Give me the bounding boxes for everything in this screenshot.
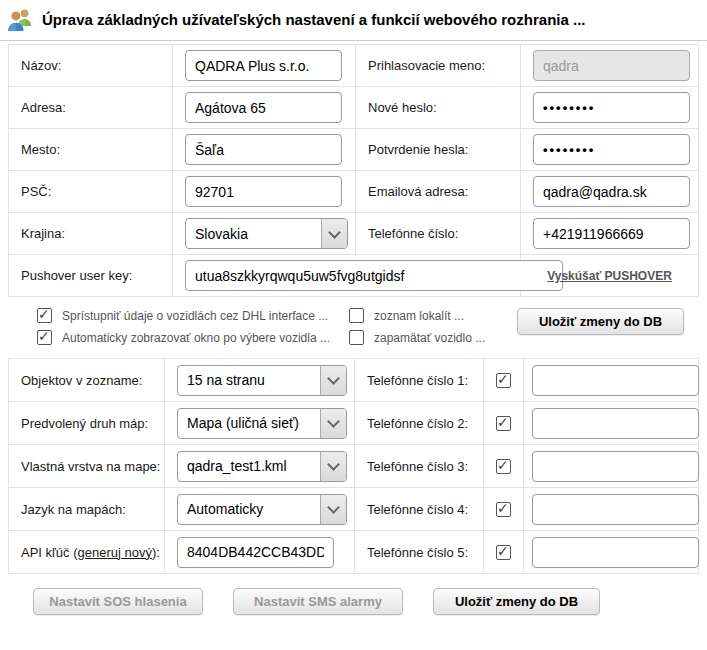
phone1-input[interactable] [532, 365, 699, 396]
option-row: zapamätať vozidlo ... [349, 330, 517, 345]
address-label: Adresa: [9, 87, 173, 129]
chevron-down-icon [320, 495, 346, 524]
remember-vehicle-checkbox[interactable] [349, 330, 364, 345]
phone3-input[interactable] [532, 451, 699, 482]
page-header: Úprava základných užívateľských nastaven… [0, 0, 707, 41]
table-row: Predvolený druh máp: Mapa (uličná sieť) … [9, 402, 699, 445]
objects-per-page-label: Objektov v zozname: [9, 359, 165, 402]
table-row: Názov: Prihlasovacie meno: [9, 45, 699, 87]
phone5-checkbox[interactable] [496, 545, 511, 560]
phone4-label: Telefónne číslo 4: [355, 488, 484, 531]
table-row: PSČ: Emailová adresa: [9, 171, 699, 213]
phone5-label: Telefónne číslo 5: [355, 531, 484, 574]
table-row: Adresa: Nové heslo: [9, 87, 699, 129]
custom-layer-select[interactable]: qadra_test1.kml [177, 451, 347, 482]
footer-actions: Nastavit SOS hlasenia Nastavit SMS alarm… [33, 588, 684, 615]
chevron-down-icon [320, 452, 346, 481]
table-row: API kľúč (generuj nový): Telefónne číslo… [9, 531, 699, 574]
option-row: Sprístupniť údaje o vozidlách cez DHL in… [37, 308, 349, 323]
dhl-interface-label: Sprístupniť údaje o vozidlách cez DHL in… [62, 309, 328, 323]
settings-form-table: Objektov v zozname: 15 na stranu Telefón… [8, 358, 699, 574]
chevron-down-icon [320, 366, 346, 395]
locations-list-checkbox[interactable] [349, 308, 364, 323]
sms-alarms-button[interactable]: Nastavit SMS alarmy [233, 588, 403, 615]
sos-settings-button[interactable]: Nastavit SOS hlasenia [33, 588, 203, 615]
pushover-key-input[interactable] [185, 260, 563, 291]
map-language-value: Automaticky [178, 501, 320, 517]
name-label: Názov: [9, 45, 173, 87]
save-db-button-top[interactable]: Uložiť zmeny do DB [517, 308, 684, 335]
new-password-label: Nové heslo: [356, 87, 521, 129]
map-language-select[interactable]: Automaticky [177, 494, 347, 525]
country-label: Krajina: [9, 213, 173, 255]
zip-input[interactable] [185, 176, 342, 207]
zip-label: PSČ: [9, 171, 173, 213]
phone5-input[interactable] [532, 537, 699, 568]
map-type-value: Mapa (uličná sieť) [178, 415, 320, 431]
objects-per-page-select[interactable]: 15 na stranu [177, 365, 347, 396]
address-input[interactable] [185, 92, 342, 123]
map-type-label: Predvolený druh máp: [9, 402, 165, 445]
email-input[interactable] [533, 176, 690, 207]
email-label: Emailová adresa: [356, 171, 521, 213]
confirm-password-input[interactable] [533, 134, 690, 165]
remember-vehicle-label: zapamätať vozidlo ... [374, 331, 485, 345]
table-row: Jazyk na mapách: Automaticky Telefónne č… [9, 488, 699, 531]
phone2-checkbox[interactable] [496, 416, 511, 431]
page-title: Úprava základných užívateľských nastaven… [42, 11, 585, 28]
city-label: Mesto: [9, 129, 173, 171]
api-key-label: API kľúč (generuj nový): [9, 531, 165, 574]
country-select-value: Slovakia [186, 226, 321, 242]
option-row: zoznam lokalít ... [349, 308, 517, 323]
phone1-label: Telefónne číslo 1: [355, 359, 484, 402]
locations-list-label: zoznam lokalít ... [374, 309, 464, 323]
confirm-password-label: Potvrdenie hesla: [356, 129, 521, 171]
dhl-interface-checkbox[interactable] [37, 308, 52, 323]
auto-window-label: Automaticky zobrazovať okno po výbere vo… [62, 331, 330, 345]
map-type-select[interactable]: Mapa (uličná sieť) [177, 408, 347, 439]
chevron-down-icon [320, 409, 346, 438]
phone2-input[interactable] [532, 408, 699, 439]
new-password-input[interactable] [533, 92, 690, 123]
save-db-button-bottom[interactable]: Uložiť zmeny do DB [433, 588, 600, 615]
phone4-checkbox[interactable] [496, 502, 511, 517]
phone3-checkbox[interactable] [496, 459, 511, 474]
table-row: Objektov v zozname: 15 na stranu Telefón… [9, 359, 699, 402]
auto-window-checkbox[interactable] [37, 330, 52, 345]
phone-input[interactable] [533, 218, 690, 249]
users-icon [7, 7, 33, 32]
custom-layer-label: Vlastná vrstva na mape: [9, 445, 165, 488]
generate-new-key-link[interactable]: generuj nový [78, 545, 152, 560]
city-input[interactable] [185, 134, 342, 165]
table-row: Pushover user key: Vyskúšať PUSHOVER [9, 255, 699, 297]
objects-per-page-value: 15 na stranu [178, 372, 320, 388]
custom-layer-value: qadra_test1.kml [178, 458, 320, 474]
table-row: Krajina: Slovakia Telefónne číslo: [9, 213, 699, 255]
phone1-checkbox[interactable] [496, 373, 511, 388]
pushover-test-link[interactable]: Vyskúšať PUSHOVER [547, 269, 672, 283]
chevron-down-icon [321, 219, 347, 248]
phone4-input[interactable] [532, 494, 699, 525]
login-label: Prihlasovacie meno: [356, 45, 521, 87]
pushover-key-label: Pushover user key: [9, 255, 173, 297]
option-row: Automaticky zobrazovať okno po výbere vo… [37, 330, 349, 345]
options-section: Sprístupniť údaje o vozidlách cez DHL in… [37, 308, 707, 345]
country-select[interactable]: Slovakia [185, 218, 348, 249]
company-name-input[interactable] [185, 50, 342, 81]
phone2-label: Telefónne číslo 2: [355, 402, 484, 445]
table-row: Vlastná vrstva na mape: qadra_test1.kml … [9, 445, 699, 488]
profile-form-table: Názov: Prihlasovacie meno: Adresa: Nové … [8, 44, 699, 297]
api-key-input[interactable] [177, 537, 334, 568]
map-language-label: Jazyk na mapách: [9, 488, 165, 531]
phone3-label: Telefónne číslo 3: [355, 445, 484, 488]
phone-label: Telefónne číslo: [356, 213, 521, 255]
login-name-input [533, 50, 690, 81]
table-row: Mesto: Potvrdenie hesla: [9, 129, 699, 171]
